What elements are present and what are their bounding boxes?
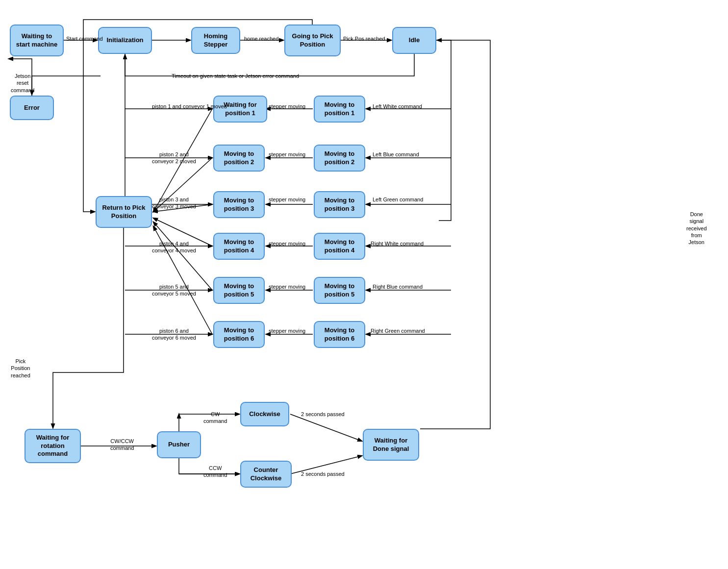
node-return_pick: Return to Pick Position [96,196,152,228]
node-move_pos1_left: Moving to position 1 [314,96,365,123]
label-22: Right Green command [371,327,425,334]
node-move_pos6: Moving to position 6 [213,321,265,348]
node-initialization: Initialization [98,27,152,54]
label-2: Pick Pos reached [343,35,385,42]
node-move_pos6_right: Moving to position 6 [314,321,365,348]
node-error: Error [10,96,54,120]
label-13: Left Green command [373,196,423,203]
label-19: Right Blue command [373,283,423,290]
label-28: 2 seconds passed [301,470,345,477]
node-idle: Idle [392,27,436,54]
state-diagram: Waiting to start machineInitializationHo… [0,0,728,569]
label-0: Start command [66,35,103,42]
node-move_pos3: Moving to position 3 [213,191,265,218]
node-move_pos5: Moving to position 5 [213,277,265,304]
label-11: piston 3 and conveyor 3 moved [152,196,196,210]
label-24: CW/CCW command [110,438,134,452]
node-homing: Homing Stepper [191,27,240,54]
node-wait_done: Waiting for Done signal [363,429,419,461]
svg-line-21 [153,222,212,290]
label-20: piston 6 and conveyor 6 moved [152,327,196,342]
label-5: piston 1 and conveyor 1 moved [152,103,227,110]
label-3: Timeout on given state task or Jetson er… [172,73,299,79]
label-23: Pick Position reached [11,358,30,379]
node-move_pos2: Moving to position 2 [213,145,265,172]
label-25: CW command [203,411,227,425]
label-10: Left Blue command [373,151,419,158]
node-move_pos5_right: Moving to position 5 [314,277,365,304]
label-17: piston 5 and conveyor 5 moved [152,283,196,297]
label-21: stepper moving [269,327,305,334]
node-move_pos3_left: Moving to position 3 [314,191,365,218]
label-6: stepper moving [269,103,305,110]
label-29: Done signal received from Jetson [686,211,707,246]
label-1: home reached [244,35,278,42]
node-going_pick: Going to Pick Position [284,25,341,56]
node-move_pos4_right: Moving to position 4 [314,233,365,260]
label-27: 2 seconds passed [301,411,345,418]
label-18: stepper moving [269,283,305,290]
label-12: stepper moving [269,196,305,203]
label-15: stepper moving [269,240,305,247]
node-move_pos2_left: Moving to position 2 [314,145,365,172]
node-wait_rotation: Waiting for rotation command [25,429,81,463]
label-26: CCW command [203,465,227,479]
node-move_pos4: Moving to position 4 [213,233,265,260]
label-7: Left White command [373,103,422,110]
node-pusher: Pusher [157,431,201,458]
node-clockwise: Clockwise [240,402,289,426]
label-9: stepper moving [269,151,305,158]
node-waiting_start: Waiting to start machine [10,25,64,56]
label-4: Jetson reset command [11,73,34,94]
svg-line-33 [290,414,362,441]
label-8: piston 2 and conveyor 2 moved [152,151,196,165]
label-16: Right White command [371,240,424,247]
label-14: piston 4 and conveyor 4 moved [152,240,196,254]
node-counter_cw: Counter Clockwise [240,461,292,488]
